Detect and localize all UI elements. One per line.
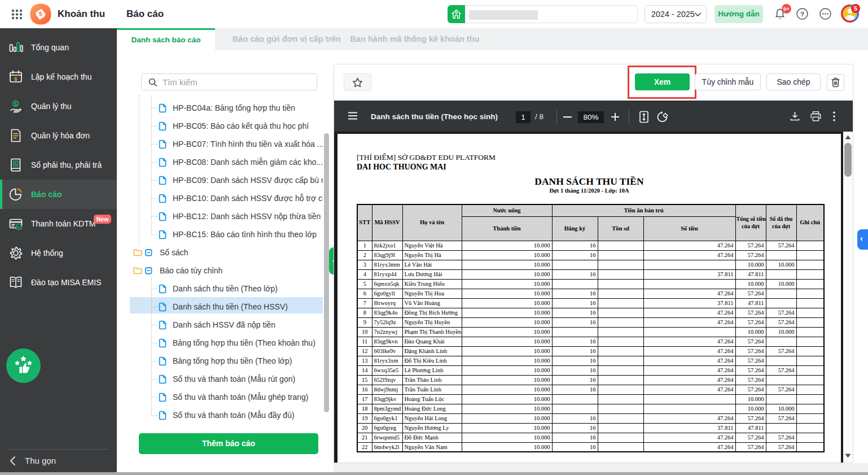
svg-text:$: $ bbox=[14, 101, 17, 107]
svg-text:?: ? bbox=[800, 10, 804, 18]
svg-text:$: $ bbox=[14, 76, 17, 82]
svg-text:$: $ bbox=[14, 161, 17, 166]
